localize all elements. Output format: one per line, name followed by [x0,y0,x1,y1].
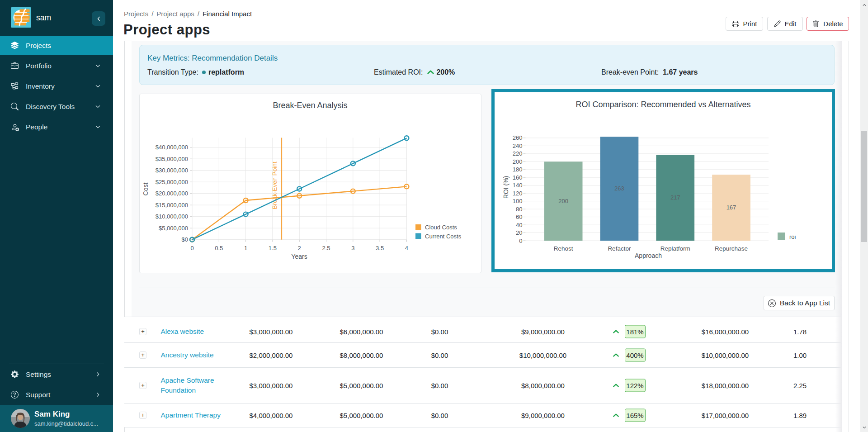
svg-text:Rehost: Rehost [554,245,573,252]
svg-text:3.5: 3.5 [376,245,384,252]
svg-text:$25,000,000: $25,000,000 [156,179,188,185]
svg-text:$0: $0 [182,236,188,243]
svg-text:Replatform: Replatform [660,245,690,252]
svg-text:160: 160 [513,174,523,181]
svg-text:2: 2 [298,245,301,252]
svg-text:$20,000,000: $20,000,000 [156,190,188,197]
svg-text:240: 240 [513,142,523,149]
svg-text:2.5: 2.5 [322,245,330,252]
svg-text:ROI Comparison: Recommended vs: ROI Comparison: Recommended vs Alternati… [576,100,750,109]
svg-text:120: 120 [513,190,523,197]
svg-text:200: 200 [513,158,523,165]
svg-text:220: 220 [513,150,523,157]
svg-text:200: 200 [558,198,568,204]
svg-text:140: 140 [513,182,523,189]
svg-text:60: 60 [516,214,522,220]
svg-text:Break-Even Analysis: Break-Even Analysis [273,101,347,110]
svg-text:$15,000,000: $15,000,000 [156,202,188,209]
svg-text:0.5: 0.5 [215,245,223,252]
svg-text:$10,000,000: $10,000,000 [156,213,188,220]
svg-text:Cloud Costs: Cloud Costs [425,224,457,231]
svg-text:260: 260 [513,134,523,141]
svg-text:0: 0 [519,237,522,244]
svg-text:180: 180 [513,166,523,173]
svg-text:1: 1 [244,245,247,252]
svg-text:263: 263 [614,185,624,192]
svg-text:$5,000,000: $5,000,000 [159,225,188,232]
svg-text:4: 4 [405,245,408,252]
svg-text:Repurchase: Repurchase [715,245,748,252]
svg-text:$40,000,000: $40,000,000 [156,144,188,151]
svg-text:Approach: Approach [635,252,662,259]
svg-text:20: 20 [516,229,522,236]
svg-text:roi: roi [789,233,796,240]
svg-text:217: 217 [670,194,680,201]
svg-text:ROI (%): ROI (%) [502,176,509,199]
svg-text:40: 40 [516,222,522,228]
svg-text:Refactor: Refactor [608,245,631,252]
svg-text:1.5: 1.5 [269,245,277,252]
svg-text:80: 80 [516,206,522,213]
svg-text:3: 3 [351,245,354,252]
svg-text:0: 0 [190,245,193,252]
svg-text:Current Costs: Current Costs [425,233,462,240]
svg-text:167: 167 [726,204,736,211]
svg-text:$35,000,000: $35,000,000 [156,156,188,162]
svg-text:100: 100 [513,198,523,204]
svg-text:$30,000,000: $30,000,000 [156,167,188,174]
svg-text:Years: Years [291,253,307,260]
svg-text:Cost: Cost [142,183,149,196]
